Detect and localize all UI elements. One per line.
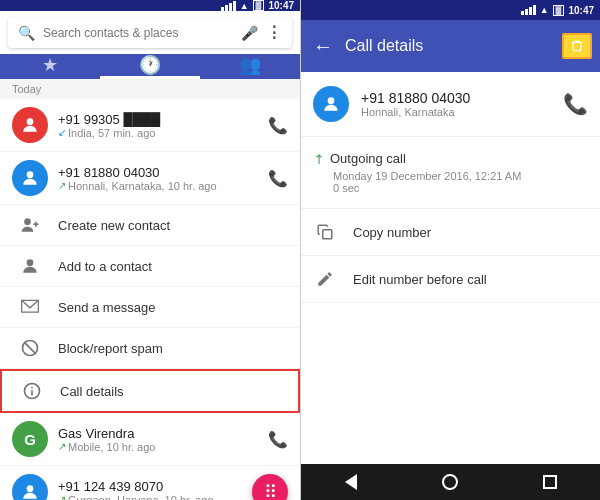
- avatar: [12, 160, 48, 196]
- star-icon: ★: [42, 54, 58, 76]
- search-bar: 🔍 🎤 ⋮: [8, 17, 292, 48]
- menu-add-contact[interactable]: Add to a contact: [0, 246, 300, 287]
- spacer: [301, 303, 600, 464]
- menu-label: Send a message: [58, 300, 156, 315]
- more-icon[interactable]: ⋮: [266, 23, 282, 42]
- status-bar-right: ▲ ▓ 10:47: [301, 0, 600, 20]
- contact-sub: ↗ Gurgaon, Haryana, 10 hr. ago: [58, 494, 252, 501]
- contact-info: +91 81880 04030 ↗ Honnali, Karnataka, 10…: [58, 165, 262, 192]
- call-type: Outgoing call: [330, 151, 406, 166]
- edit-icon: [313, 270, 337, 288]
- tab-contacts[interactable]: 👥: [200, 54, 300, 79]
- svg-point-1: [27, 171, 34, 178]
- menu-label: Call details: [60, 384, 124, 399]
- back-button-nav[interactable]: [336, 467, 366, 497]
- menu-label: Block/report spam: [58, 341, 163, 356]
- menu-label: Create new contact: [58, 218, 170, 233]
- svg-point-11: [27, 485, 34, 492]
- avatar: G: [12, 421, 48, 457]
- left-panel: ▲ ▓ 10:47 🔍 🎤 ⋮ ★ 🕐 👥 Today +91 99305 ██…: [0, 0, 300, 500]
- contact-sub: ↙ India, 57 min. ago: [58, 127, 262, 139]
- recents-button-nav[interactable]: [535, 467, 565, 497]
- svg-point-5: [27, 259, 34, 266]
- contacts-icon: 👥: [239, 54, 261, 76]
- contact-name: +91 81880 04030: [58, 165, 262, 180]
- search-icon: 🔍: [18, 25, 35, 41]
- create-contact-icon: [12, 215, 48, 235]
- contact-name: Gas Virendra: [58, 426, 262, 441]
- block-icon: [12, 338, 48, 358]
- svg-point-10: [31, 387, 33, 389]
- tab-recent[interactable]: 🕐: [100, 54, 200, 79]
- list-item[interactable]: +91 81880 04030 ↗ Honnali, Karnataka, 10…: [0, 152, 300, 205]
- avatar-right: [313, 86, 349, 122]
- svg-point-12: [328, 97, 335, 104]
- status-bar-left: ▲ ▓ 10:47: [0, 0, 300, 11]
- outgoing-arrow-icon: ↗: [309, 149, 327, 167]
- menu-block-spam[interactable]: Block/report spam: [0, 328, 300, 369]
- phone-icon[interactable]: 📞: [268, 430, 288, 449]
- menu-create-contact[interactable]: Create new contact: [0, 205, 300, 246]
- list-item[interactable]: +91 99305 ████ ↙ India, 57 min. ago 📞: [0, 99, 300, 152]
- list-item[interactable]: +91 124 439 8070 ↗ Gurgaon, Haryana, 10 …: [0, 466, 300, 500]
- time-left: 10:47: [268, 0, 294, 11]
- tab-favorites[interactable]: ★: [0, 54, 100, 79]
- battery-icon-right: ▓: [553, 5, 565, 16]
- svg-rect-13: [323, 230, 332, 239]
- svg-line-7: [24, 342, 36, 354]
- svg-point-2: [24, 218, 31, 225]
- svg-point-0: [27, 118, 34, 125]
- page-title: Call details: [345, 37, 554, 55]
- call-number: +91 81880 04030: [361, 90, 563, 106]
- copy-icon: [313, 223, 337, 241]
- right-panel: ▲ ▓ 10:47 ← Call details +91 81880 04030…: [300, 0, 600, 500]
- signal-icon: [221, 1, 236, 11]
- call-detail-section: ↗ Outgoing call Monday 19 December 2016,…: [301, 137, 600, 209]
- today-label: Today: [0, 79, 300, 99]
- contact-sub: ↗ Mobile, 10 hr. ago: [58, 441, 262, 453]
- call-info-section: +91 81880 04030 Honnali, Karnataka 📞: [301, 72, 600, 137]
- wifi-icon-right: ▲: [540, 5, 549, 15]
- back-button-header[interactable]: ←: [309, 31, 337, 62]
- menu-send-message[interactable]: Send a message: [0, 287, 300, 328]
- phone-icon-right[interactable]: 📞: [563, 92, 588, 116]
- delete-button[interactable]: [562, 33, 592, 59]
- contact-sub: ↗ Honnali, Karnataka, 10 hr. ago: [58, 180, 262, 192]
- tab-bar: ★ 🕐 👥: [0, 54, 300, 79]
- contact-info: +91 99305 ████ ↙ India, 57 min. ago: [58, 112, 262, 139]
- call-location: Honnali, Karnataka: [361, 106, 563, 118]
- battery-icon: ▓: [253, 0, 265, 11]
- mic-icon[interactable]: 🎤: [241, 25, 258, 41]
- action-edit-number[interactable]: Edit number before call: [301, 256, 600, 303]
- info-icon: [14, 381, 50, 401]
- list-item[interactable]: G Gas Virendra ↗ Mobile, 10 hr. ago 📞: [0, 413, 300, 466]
- fab-button[interactable]: ⠿: [252, 474, 288, 500]
- nav-bar-right: [301, 464, 600, 500]
- menu-label: Add to a contact: [58, 259, 152, 274]
- action-label: Copy number: [353, 225, 431, 240]
- contact-info: +91 124 439 8070 ↗ Gurgaon, Haryana, 10 …: [58, 479, 252, 501]
- avatar: [12, 107, 48, 143]
- home-button-nav[interactable]: [435, 467, 465, 497]
- phone-icon[interactable]: 📞: [268, 116, 288, 135]
- wifi-icon: ▲: [240, 1, 249, 11]
- call-info-text: +91 81880 04030 Honnali, Karnataka: [361, 90, 563, 118]
- menu-call-details[interactable]: Call details: [0, 369, 300, 413]
- message-icon: [12, 297, 48, 317]
- avatar: [12, 474, 48, 500]
- search-input[interactable]: [43, 26, 233, 40]
- contact-name: +91 99305 ████: [58, 112, 262, 127]
- action-label: Edit number before call: [353, 272, 487, 287]
- contact-info: Gas Virendra ↗ Mobile, 10 hr. ago: [58, 426, 262, 453]
- call-date: Monday 19 December 2016, 12:21 AM: [313, 170, 588, 182]
- contact-name: +91 124 439 8070: [58, 479, 252, 494]
- add-contact-icon: [12, 256, 48, 276]
- signal-icon-right: [521, 5, 536, 15]
- header-bar: ← Call details: [301, 20, 600, 72]
- action-copy-number[interactable]: Copy number: [301, 209, 600, 256]
- time-right: 10:47: [568, 5, 594, 16]
- phone-icon[interactable]: 📞: [268, 169, 288, 188]
- call-duration: 0 sec: [313, 182, 588, 194]
- clock-icon: 🕐: [139, 54, 161, 76]
